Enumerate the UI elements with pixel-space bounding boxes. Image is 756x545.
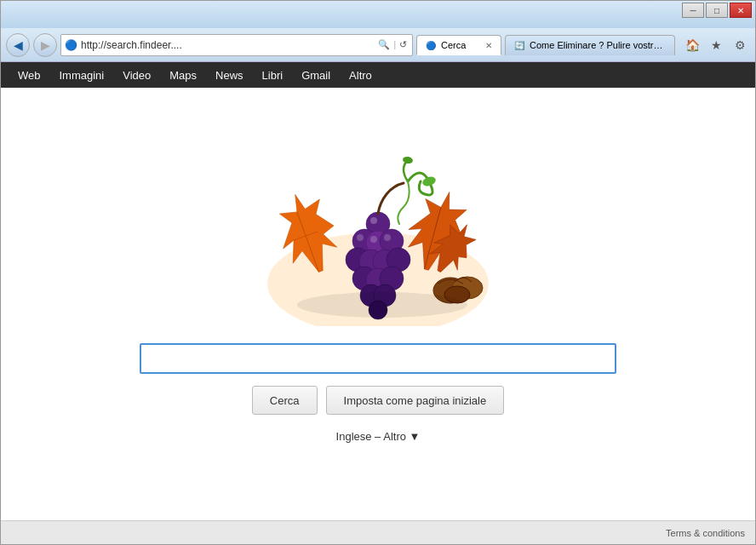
separator: |: [393, 40, 396, 49]
tab-loading-icon: 🔄: [514, 41, 524, 50]
search-input[interactable]: [148, 351, 608, 366]
svg-point-4: [421, 175, 437, 188]
svg-point-20: [370, 217, 377, 224]
settings-button[interactable]: ⚙: [730, 35, 750, 55]
search-area: Cerca Imposta come pagina iniziale Ingle…: [140, 343, 616, 443]
grape-illustration: [250, 156, 506, 326]
address-input[interactable]: [81, 39, 373, 51]
tab-loading[interactable]: 🔄 Come Eliminare ? Pulire vostro...: [505, 35, 675, 55]
address-bar: 🔵 🔍 | ↺: [60, 34, 413, 56]
tab-cerca-icon: 🔵: [426, 41, 436, 50]
tab-loading-label: Come Eliminare ? Pulire vostro...: [530, 40, 666, 50]
nav-menu: Web Immagini Video Maps News Libri Gmail…: [1, 62, 755, 88]
svg-point-22: [370, 236, 377, 243]
tab-cerca-label: Cerca: [441, 40, 480, 50]
maximize-button[interactable]: □: [706, 3, 728, 18]
back-button[interactable]: ◀: [6, 33, 30, 57]
home-button[interactable]: 🏠: [682, 35, 702, 55]
search-input-wrapper: [140, 343, 616, 374]
nav-maps[interactable]: Maps: [161, 66, 205, 85]
nav-libri[interactable]: Libri: [254, 66, 292, 85]
title-bar: ─ □ ✕: [1, 1, 755, 28]
svg-point-27: [297, 292, 467, 318]
search-go-button[interactable]: 🔍: [376, 39, 392, 50]
close-button[interactable]: ✕: [730, 3, 752, 18]
footer: Terms & conditions: [1, 520, 755, 544]
svg-point-21: [357, 234, 364, 241]
favorites-button[interactable]: ★: [706, 35, 726, 55]
browser-window: ─ □ ✕ ◀ ▶ 🔵 🔍 | ↺ 🔵 Cerca ✕ 🔄 Come Elimi…: [0, 0, 756, 545]
tab-cerca-close[interactable]: ✕: [485, 41, 492, 50]
nav-immagini[interactable]: Immagini: [51, 66, 113, 85]
tab-cerca[interactable]: 🔵 Cerca ✕: [416, 35, 501, 55]
illustration: [250, 156, 506, 326]
refresh-button[interactable]: ↺: [398, 39, 409, 50]
nav-news[interactable]: News: [207, 66, 252, 85]
address-toolbar: ◀ ▶ 🔵 🔍 | ↺ 🔵 Cerca ✕ 🔄 Come Eliminare ?…: [1, 28, 755, 62]
set-homepage-button[interactable]: Imposta come pagina iniziale: [326, 386, 505, 415]
nav-gmail[interactable]: Gmail: [293, 66, 339, 85]
address-icon: 🔵: [65, 39, 77, 51]
main-content: Cerca Imposta come pagina iniziale Ingle…: [1, 88, 755, 520]
nav-web[interactable]: Web: [9, 66, 49, 85]
nav-altro[interactable]: Altro: [341, 66, 381, 85]
minimize-button[interactable]: ─: [682, 3, 704, 18]
nav-video[interactable]: Video: [114, 66, 159, 85]
search-buttons: Cerca Imposta come pagina iniziale: [252, 386, 504, 415]
address-actions: 🔍 | ↺: [376, 39, 409, 50]
search-button[interactable]: Cerca: [252, 386, 318, 415]
toolbar-right-actions: 🏠 ★ ⚙: [682, 35, 750, 55]
svg-point-5: [402, 156, 413, 164]
window-controls: ─ □ ✕: [682, 1, 752, 18]
terms-conditions-link[interactable]: Terms & conditions: [666, 528, 745, 538]
forward-button[interactable]: ▶: [33, 33, 57, 57]
language-selector[interactable]: Inglese – Altro ▼: [336, 430, 421, 443]
svg-point-23: [384, 234, 391, 241]
